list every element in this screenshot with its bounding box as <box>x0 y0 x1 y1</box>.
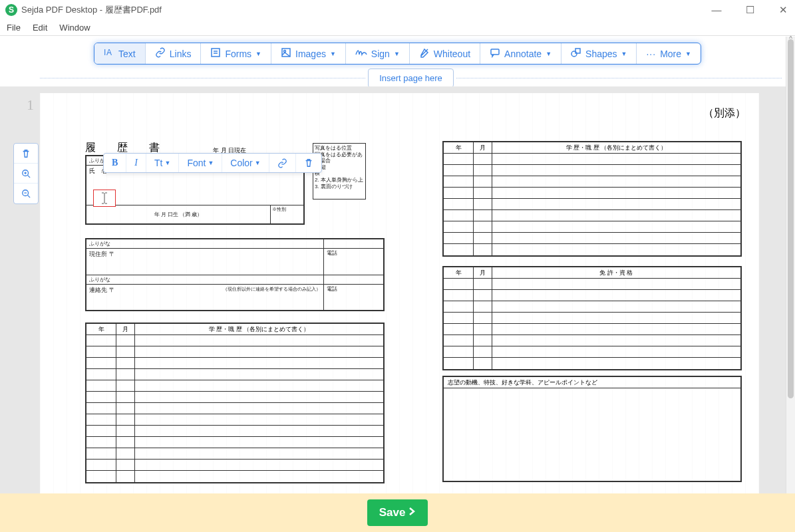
tool-whiteout[interactable]: Whiteout <box>410 43 480 64</box>
education-table-1: 年 月 学 歴・職 歴 （各別にまとめて書く） <box>85 323 385 483</box>
sign-icon <box>355 48 367 59</box>
tool-annotate[interactable]: Annotate ▼ <box>480 43 561 64</box>
tool-more[interactable]: ··· More ▼ <box>637 43 701 64</box>
tool-text-label: Text <box>118 49 136 59</box>
motive-header: 志望の動機、特技、好きな学科、アピールポイントなど <box>444 377 740 388</box>
tool-annotate-label: Annotate <box>504 49 542 59</box>
phone1: 電話 <box>323 249 383 275</box>
furigana3: ふりがな <box>86 275 323 284</box>
page-number: 1 <box>27 96 34 114</box>
sex-label: ※性別 <box>270 205 303 224</box>
color-label: Color <box>230 158 252 168</box>
save-label: Save <box>379 506 406 519</box>
col-license-header: 免 許・資 格 <box>492 267 740 278</box>
main-toolbar: IA Text Links Forms ▼ Images ▼ <box>94 43 701 65</box>
text-insertion-cursor[interactable] <box>93 190 116 207</box>
tool-images-label: Images <box>295 49 326 59</box>
tool-shapes[interactable]: Shapes ▼ <box>561 43 637 64</box>
app-icon: S <box>5 4 17 16</box>
caret-icon: ▼ <box>255 160 261 166</box>
motive-block: 志望の動機、特技、好きな学科、アピールポイントなど <box>442 376 742 482</box>
text-edit-toolbar: B I Tt▼ Font▼ Color▼ <box>103 153 322 173</box>
scrollbar-thumb[interactable] <box>788 39 794 398</box>
delete-page-button[interactable] <box>14 144 38 164</box>
text-icon: IA <box>104 47 114 60</box>
maximize-button[interactable]: ☐ <box>743 4 756 16</box>
col-month: 月 <box>116 324 135 334</box>
italic-label: I <box>134 158 138 168</box>
link-text-button[interactable] <box>269 154 296 172</box>
birth-line: 年 月 日生 （満 歳） <box>86 205 270 224</box>
minimize-button[interactable]: — <box>710 4 723 16</box>
menubar: File Edit Window <box>0 20 795 36</box>
education-table-2: 年 月 学 歴・職 歴 （各別にまとめて書く） <box>442 141 742 257</box>
license-table: 年 月 免 許・資 格 <box>442 266 742 370</box>
col-year-2: 年 <box>444 142 474 153</box>
titlebar: S Sejda PDF Desktop - 履歴書PDF.pdf — ☐ ✕ <box>0 0 795 20</box>
zoom-in-button[interactable] <box>14 164 38 184</box>
caret-icon: ▼ <box>685 51 691 57</box>
caret-icon: ▼ <box>621 51 627 57</box>
shapes-icon <box>571 47 581 60</box>
tool-more-label: More <box>660 49 681 59</box>
svg-point-6 <box>571 51 577 57</box>
annotate-icon <box>490 47 500 60</box>
vertical-scrollbar[interactable]: ^ <box>786 37 795 532</box>
save-bar: Save <box>0 493 795 532</box>
svg-text:A: A <box>106 48 112 57</box>
phone2: 電話 <box>323 285 383 311</box>
link-icon <box>155 47 166 60</box>
caret-icon: ▼ <box>255 51 261 57</box>
svg-point-4 <box>284 51 286 53</box>
tool-forms-label: Forms <box>225 49 251 59</box>
col-month-3: 月 <box>474 267 492 278</box>
image-icon <box>281 47 291 60</box>
tool-forms[interactable]: Forms ▼ <box>201 43 271 64</box>
save-button[interactable]: Save <box>367 499 428 526</box>
caret-icon: ▼ <box>164 160 170 166</box>
svg-rect-5 <box>491 49 499 55</box>
forms-icon <box>210 47 221 60</box>
caret-icon: ▼ <box>546 51 552 57</box>
bold-button[interactable]: B <box>104 154 126 172</box>
col-month-2: 月 <box>474 142 492 153</box>
chevron-right-icon <box>408 506 416 519</box>
page-side-tools <box>13 143 39 204</box>
svg-rect-2 <box>212 49 220 57</box>
tool-whiteout-label: Whiteout <box>434 49 470 59</box>
attachment-label: （別添） <box>703 106 746 120</box>
photo-note-text: 写真をはる位置 写真をはる必要がある場合 1. 縦 横 2. 本人単身胸から上 … <box>315 145 363 190</box>
divider-right <box>456 78 782 78</box>
menu-file[interactable]: File <box>7 23 21 33</box>
italic-button[interactable]: I <box>126 154 146 172</box>
divider-left <box>40 78 365 78</box>
zoom-out-button[interactable] <box>14 184 38 203</box>
bold-label: B <box>112 158 118 168</box>
font-label: Font <box>187 158 206 168</box>
col-year-3: 年 <box>444 267 474 278</box>
menu-window[interactable]: Window <box>59 23 90 33</box>
menu-edit[interactable]: Edit <box>33 23 47 33</box>
tool-shapes-label: Shapes <box>585 49 617 59</box>
tool-images[interactable]: Images ▼ <box>271 43 346 64</box>
tool-sign[interactable]: Sign ▼ <box>346 43 410 64</box>
caret-icon: ▼ <box>394 51 400 57</box>
col-edu-header-2: 学 歴・職 歴 （各別にまとめて書く） <box>492 142 740 153</box>
tool-text[interactable]: IA Text <box>94 43 146 64</box>
insert-page-row: Insert page here <box>0 68 795 88</box>
whiteout-icon <box>419 47 430 60</box>
contact-address: 連絡先 〒 <box>89 286 115 310</box>
col-year: 年 <box>86 324 116 334</box>
contact-note: （現住所以外に連絡を希望する場合のみ記入） <box>223 286 321 310</box>
font-family-button[interactable]: Font▼ <box>179 154 222 172</box>
close-button[interactable]: ✕ <box>776 4 790 16</box>
font-size-button[interactable]: Tt▼ <box>146 154 179 172</box>
insert-page-button[interactable]: Insert page here <box>368 68 454 88</box>
delete-text-button[interactable] <box>296 154 321 172</box>
svg-text:I: I <box>104 48 106 57</box>
tool-links[interactable]: Links <box>146 43 202 64</box>
size-label: Tt <box>154 158 162 168</box>
font-color-button[interactable]: Color▼ <box>222 154 269 172</box>
current-address: 現住所 〒 <box>86 249 323 275</box>
tool-sign-label: Sign <box>371 49 390 59</box>
